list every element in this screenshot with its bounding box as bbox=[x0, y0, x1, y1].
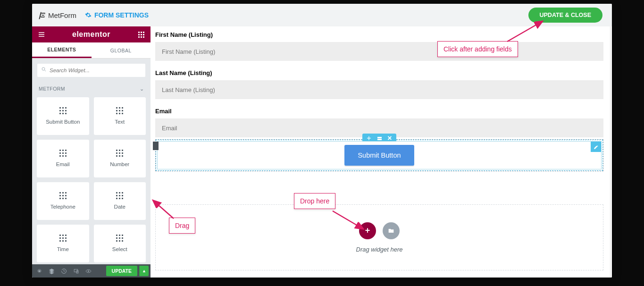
panel-menu-button[interactable] bbox=[37, 30, 46, 39]
elementor-panel: elementor ELEMENTS GLOBAL METFORM ⌄ bbox=[32, 26, 151, 278]
metform-logo: ǀΞ MetForm bbox=[39, 11, 76, 19]
logo-e-icon: ǀΞ bbox=[39, 11, 45, 19]
widget-search[interactable] bbox=[37, 63, 146, 77]
edit-widget-icon[interactable] bbox=[591, 142, 601, 152]
tab-global[interactable]: GLOBAL bbox=[92, 42, 151, 58]
arrow-icon bbox=[150, 197, 178, 221]
first-name-input[interactable] bbox=[155, 42, 603, 61]
tab-elements[interactable]: ELEMENTS bbox=[32, 42, 92, 58]
metform-brand-text: MetForm bbox=[48, 11, 76, 19]
selected-section[interactable]: + × Submit Button bbox=[155, 139, 603, 171]
submit-widget-row[interactable]: Submit Button bbox=[157, 141, 602, 169]
template-library-button[interactable] bbox=[383, 222, 400, 239]
drag-icon bbox=[116, 192, 123, 199]
form-settings-label: FORM SETTINGS bbox=[94, 11, 149, 19]
navigator-icon[interactable] bbox=[46, 266, 57, 276]
widget-telephone[interactable]: Telephone bbox=[37, 182, 89, 220]
widget-number[interactable]: Number bbox=[94, 140, 146, 177]
dropzone-text: Drag widget here bbox=[356, 246, 403, 253]
arrow-icon bbox=[505, 18, 547, 44]
drag-icon bbox=[59, 192, 67, 199]
settings-icon[interactable] bbox=[34, 266, 44, 276]
drag-icon bbox=[116, 107, 123, 114]
form-settings-link[interactable]: FORM SETTINGS bbox=[85, 11, 149, 19]
preview-icon[interactable] bbox=[83, 266, 93, 276]
field-email: Email bbox=[155, 108, 603, 137]
drag-icon bbox=[116, 150, 123, 157]
search-icon bbox=[41, 67, 47, 74]
panel-header: elementor bbox=[32, 26, 151, 42]
widget-submit-button[interactable]: Submit Button bbox=[37, 97, 89, 135]
field-label: Email bbox=[155, 108, 603, 115]
scrollbar-track[interactable] bbox=[610, 26, 611, 278]
svg-point-4 bbox=[88, 270, 89, 272]
history-icon[interactable] bbox=[59, 266, 69, 276]
chevron-down-icon: ⌄ bbox=[140, 86, 144, 92]
gear-icon bbox=[85, 12, 92, 18]
arrow-icon bbox=[330, 209, 368, 232]
row-handle-icon[interactable] bbox=[153, 142, 159, 150]
panel-update-button[interactable]: UPDATE bbox=[106, 266, 137, 276]
submit-button[interactable]: Submit Button bbox=[344, 145, 414, 166]
widget-time[interactable]: Time bbox=[37, 225, 89, 262]
close-section-icon[interactable]: × bbox=[385, 135, 394, 142]
category-label: METFORM bbox=[39, 86, 65, 92]
callout-drop-here: Drop here bbox=[294, 193, 335, 209]
widget-select[interactable]: Select bbox=[94, 225, 146, 262]
panel-widgets-button[interactable] bbox=[136, 30, 146, 39]
folder-icon bbox=[387, 227, 395, 235]
editor-canvas: First Name (Listing) Last Name (Listing)… bbox=[151, 26, 612, 278]
panel-footer: UPDATE ▲ bbox=[32, 264, 151, 278]
drop-zone[interactable]: + Drag widget here bbox=[155, 204, 603, 270]
drag-icon bbox=[59, 150, 67, 157]
grid-icon bbox=[138, 32, 144, 38]
widget-date[interactable]: Date bbox=[94, 182, 146, 220]
widgets-grid: Submit Button Text Email Number Telephon… bbox=[32, 97, 151, 265]
hamburger-icon bbox=[38, 31, 45, 38]
widget-email[interactable]: Email bbox=[37, 140, 89, 177]
category-metform[interactable]: METFORM ⌄ bbox=[32, 80, 151, 97]
drag-icon bbox=[116, 235, 123, 242]
modal-window: ǀΞ MetForm FORM SETTINGS UPDATE & CLOSE … bbox=[32, 4, 612, 278]
drag-icon bbox=[59, 107, 67, 114]
add-section-icon[interactable]: + bbox=[365, 135, 373, 142]
panel-update-caret[interactable]: ▲ bbox=[139, 266, 149, 276]
field-label: Last Name (Listing) bbox=[155, 69, 603, 76]
svg-point-0 bbox=[42, 67, 45, 70]
drag-section-icon[interactable] bbox=[375, 135, 384, 142]
panel-tabs: ELEMENTS GLOBAL bbox=[32, 42, 151, 59]
widget-search-input[interactable] bbox=[50, 67, 142, 73]
widget-text[interactable]: Text bbox=[94, 97, 146, 135]
last-name-input[interactable] bbox=[155, 80, 603, 99]
field-last-name: Last Name (Listing) bbox=[155, 69, 603, 99]
elementor-brand: elementor bbox=[72, 30, 110, 39]
drag-icon bbox=[59, 235, 67, 242]
responsive-icon[interactable] bbox=[71, 266, 81, 276]
